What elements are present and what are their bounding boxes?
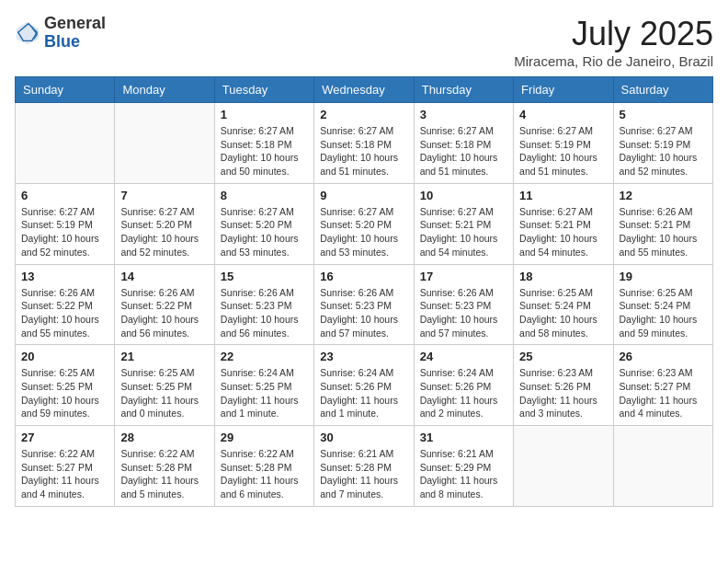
day-info: Sunrise: 6:23 AM Sunset: 5:26 PM Dayligh… (519, 366, 607, 420)
title-block: July 2025 Miracema, Rio de Janeiro, Braz… (514, 15, 713, 69)
calendar-cell: 3Sunrise: 6:27 AM Sunset: 5:18 PM Daylig… (414, 103, 513, 184)
calendar-cell: 6Sunrise: 6:27 AM Sunset: 5:19 PM Daylig… (16, 183, 115, 264)
day-number: 15 (221, 270, 308, 283)
day-number: 20 (21, 350, 108, 363)
day-info: Sunrise: 6:27 AM Sunset: 5:19 PM Dayligh… (519, 124, 607, 178)
calendar-cell: 25Sunrise: 6:23 AM Sunset: 5:26 PM Dayli… (514, 345, 613, 426)
weekday-header: Sunday (16, 77, 115, 103)
logo-icon (15, 20, 40, 46)
calendar-week-row: 13Sunrise: 6:26 AM Sunset: 5:22 PM Dayli… (16, 264, 713, 345)
day-info: Sunrise: 6:27 AM Sunset: 5:18 PM Dayligh… (221, 124, 308, 178)
weekday-header: Thursday (414, 77, 513, 103)
calendar-cell: 5Sunrise: 6:27 AM Sunset: 5:19 PM Daylig… (613, 103, 712, 184)
day-info: Sunrise: 6:27 AM Sunset: 5:20 PM Dayligh… (120, 205, 208, 259)
logo-blue-text: Blue (44, 33, 106, 52)
calendar-cell: 9Sunrise: 6:27 AM Sunset: 5:20 PM Daylig… (314, 183, 414, 264)
calendar-week-row: 27Sunrise: 6:22 AM Sunset: 5:27 PM Dayli… (16, 426, 713, 507)
calendar-cell: 4Sunrise: 6:27 AM Sunset: 5:19 PM Daylig… (514, 103, 613, 184)
day-number: 31 (420, 431, 507, 444)
weekday-header: Wednesday (314, 77, 414, 103)
day-info: Sunrise: 6:25 AM Sunset: 5:24 PM Dayligh… (519, 286, 607, 340)
day-number: 26 (620, 350, 707, 363)
calendar-cell (613, 426, 712, 507)
calendar-week-row: 20Sunrise: 6:25 AM Sunset: 5:25 PM Dayli… (16, 345, 713, 426)
weekday-header: Tuesday (214, 77, 313, 103)
day-number: 19 (620, 270, 707, 283)
calendar-cell: 17Sunrise: 6:26 AM Sunset: 5:23 PM Dayli… (414, 264, 513, 345)
day-number: 5 (620, 108, 707, 121)
day-number: 22 (221, 350, 308, 363)
day-number: 18 (519, 270, 607, 283)
day-number: 16 (320, 270, 407, 283)
day-info: Sunrise: 6:27 AM Sunset: 5:20 PM Dayligh… (221, 205, 308, 259)
day-info: Sunrise: 6:27 AM Sunset: 5:19 PM Dayligh… (21, 205, 108, 259)
day-info: Sunrise: 6:21 AM Sunset: 5:29 PM Dayligh… (420, 447, 507, 501)
calendar-cell: 10Sunrise: 6:27 AM Sunset: 5:21 PM Dayli… (414, 183, 513, 264)
calendar-cell: 8Sunrise: 6:27 AM Sunset: 5:20 PM Daylig… (214, 183, 313, 264)
day-info: Sunrise: 6:27 AM Sunset: 5:18 PM Dayligh… (320, 124, 407, 178)
logo-general-text: General (44, 15, 106, 33)
calendar-cell: 26Sunrise: 6:23 AM Sunset: 5:27 PM Dayli… (613, 345, 712, 426)
day-number: 10 (420, 189, 507, 202)
day-number: 6 (21, 189, 108, 202)
day-info: Sunrise: 6:21 AM Sunset: 5:28 PM Dayligh… (320, 447, 407, 501)
weekday-header: Friday (514, 77, 613, 103)
calendar-table: SundayMondayTuesdayWednesdayThursdayFrid… (15, 76, 713, 507)
calendar-cell: 20Sunrise: 6:25 AM Sunset: 5:25 PM Dayli… (16, 345, 115, 426)
day-info: Sunrise: 6:24 AM Sunset: 5:26 PM Dayligh… (420, 366, 507, 420)
day-number: 8 (221, 189, 308, 202)
day-info: Sunrise: 6:27 AM Sunset: 5:21 PM Dayligh… (420, 205, 507, 259)
day-number: 17 (420, 270, 507, 283)
page-header: General Blue July 2025 Miracema, Rio de … (15, 15, 713, 69)
day-info: Sunrise: 6:26 AM Sunset: 5:22 PM Dayligh… (120, 286, 208, 340)
day-number: 1 (221, 108, 308, 121)
weekday-header: Monday (115, 77, 214, 103)
day-info: Sunrise: 6:26 AM Sunset: 5:21 PM Dayligh… (620, 205, 707, 259)
day-number: 29 (221, 431, 308, 444)
calendar-cell: 31Sunrise: 6:21 AM Sunset: 5:29 PM Dayli… (414, 426, 513, 507)
day-info: Sunrise: 6:27 AM Sunset: 5:20 PM Dayligh… (320, 205, 407, 259)
day-number: 30 (320, 431, 407, 444)
day-number: 23 (320, 350, 407, 363)
calendar-cell: 23Sunrise: 6:24 AM Sunset: 5:26 PM Dayli… (314, 345, 414, 426)
day-number: 25 (519, 350, 607, 363)
calendar-week-row: 1Sunrise: 6:27 AM Sunset: 5:18 PM Daylig… (16, 103, 713, 184)
calendar-cell: 13Sunrise: 6:26 AM Sunset: 5:22 PM Dayli… (16, 264, 115, 345)
day-number: 4 (519, 108, 607, 121)
day-info: Sunrise: 6:22 AM Sunset: 5:28 PM Dayligh… (221, 447, 308, 501)
calendar-cell (514, 426, 613, 507)
day-number: 7 (120, 189, 208, 202)
calendar-cell: 16Sunrise: 6:26 AM Sunset: 5:23 PM Dayli… (314, 264, 414, 345)
day-number: 9 (320, 189, 407, 202)
calendar-cell: 22Sunrise: 6:24 AM Sunset: 5:25 PM Dayli… (214, 345, 313, 426)
day-info: Sunrise: 6:22 AM Sunset: 5:27 PM Dayligh… (21, 447, 108, 501)
day-info: Sunrise: 6:24 AM Sunset: 5:26 PM Dayligh… (320, 366, 407, 420)
calendar-cell: 28Sunrise: 6:22 AM Sunset: 5:28 PM Dayli… (115, 426, 214, 507)
logo: General Blue (15, 15, 106, 52)
day-number: 12 (620, 189, 707, 202)
day-info: Sunrise: 6:23 AM Sunset: 5:27 PM Dayligh… (620, 366, 707, 420)
day-number: 21 (120, 350, 208, 363)
calendar-cell: 2Sunrise: 6:27 AM Sunset: 5:18 PM Daylig… (314, 103, 414, 184)
day-number: 27 (21, 431, 108, 444)
day-info: Sunrise: 6:26 AM Sunset: 5:23 PM Dayligh… (420, 286, 507, 340)
weekday-header: Saturday (613, 77, 712, 103)
day-info: Sunrise: 6:25 AM Sunset: 5:25 PM Dayligh… (21, 366, 108, 420)
calendar-cell: 1Sunrise: 6:27 AM Sunset: 5:18 PM Daylig… (214, 103, 313, 184)
calendar-cell: 29Sunrise: 6:22 AM Sunset: 5:28 PM Dayli… (214, 426, 313, 507)
day-info: Sunrise: 6:26 AM Sunset: 5:22 PM Dayligh… (21, 286, 108, 340)
calendar-cell: 12Sunrise: 6:26 AM Sunset: 5:21 PM Dayli… (613, 183, 712, 264)
weekday-header-row: SundayMondayTuesdayWednesdayThursdayFrid… (16, 77, 713, 103)
day-number: 3 (420, 108, 507, 121)
month-title: July 2025 (514, 15, 713, 53)
day-number: 11 (519, 189, 607, 202)
day-number: 13 (21, 270, 108, 283)
calendar-cell: 7Sunrise: 6:27 AM Sunset: 5:20 PM Daylig… (115, 183, 214, 264)
calendar-cell: 15Sunrise: 6:26 AM Sunset: 5:23 PM Dayli… (214, 264, 313, 345)
calendar-week-row: 6Sunrise: 6:27 AM Sunset: 5:19 PM Daylig… (16, 183, 713, 264)
calendar-cell (16, 103, 115, 184)
calendar-cell (115, 103, 214, 184)
day-info: Sunrise: 6:27 AM Sunset: 5:18 PM Dayligh… (420, 124, 507, 178)
day-info: Sunrise: 6:26 AM Sunset: 5:23 PM Dayligh… (221, 286, 308, 340)
calendar-cell: 21Sunrise: 6:25 AM Sunset: 5:25 PM Dayli… (115, 345, 214, 426)
